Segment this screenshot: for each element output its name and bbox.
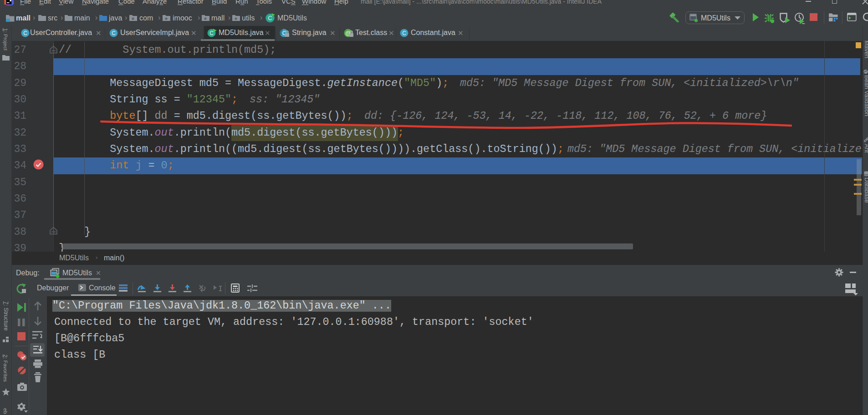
svg-text:C: C — [23, 30, 27, 36]
svg-text:C: C — [112, 30, 116, 36]
svg-text:C: C — [209, 30, 214, 36]
svg-text:C: C — [402, 30, 406, 36]
svg-text:C: C — [268, 15, 272, 21]
